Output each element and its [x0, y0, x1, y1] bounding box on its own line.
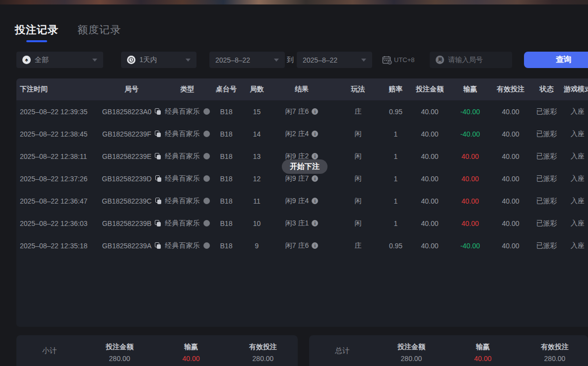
copy-icon[interactable] — [155, 175, 161, 182]
valid-bet: 40.00 — [488, 167, 533, 190]
time-range-dropdown[interactable]: 1天内 — [121, 52, 196, 68]
game-type-cell: 经典百家乐 — [164, 212, 211, 234]
date-to-label: 到 — [287, 52, 294, 68]
odds: 0.95 — [385, 234, 407, 257]
round-input-placeholder: 请输入局号 — [448, 56, 483, 65]
game-type-cell: 经典百家乐 — [164, 190, 211, 212]
table-row: 2025–08–22 12:36:03 GB182582239B 经典百家乐 B… — [16, 212, 588, 234]
table-row: 2025–08–22 12:35:18 GB182582239A 经典百家乐 B… — [16, 234, 588, 257]
column-header: 局数 — [242, 78, 272, 100]
time-range-value: 1天内 — [139, 56, 157, 65]
round-search-input[interactable]: 局 请输入局号 — [430, 52, 512, 68]
column-header: 游戏模式 — [560, 78, 588, 100]
game-type-badge-icon — [203, 198, 210, 204]
tab-bet-records[interactable]: 投注记录 — [15, 23, 59, 42]
column-header: 输赢 — [453, 78, 488, 100]
table-number: B18 — [211, 167, 242, 190]
round-id: GB18258223A0 — [102, 108, 152, 116]
result-cell: 闲7 庄6 i — [272, 100, 331, 123]
column-header: 桌台号 — [211, 78, 242, 100]
play-type: 闲 — [331, 190, 385, 212]
win-loss: 40.00 — [453, 212, 488, 234]
win-loss: 40.00 — [453, 167, 488, 190]
status-badge: 已派彩 — [533, 100, 560, 123]
column-header: 投注金额 — [407, 78, 453, 100]
table-number: B18 — [211, 145, 242, 167]
win-loss: -40.00 — [453, 100, 488, 123]
bet-amount: 40.00 — [407, 190, 453, 212]
total-panel: 总计 投注金额 280.00 输赢 40.00 有效投注 280.00 — [309, 335, 588, 366]
game-type: 经典百家乐 — [165, 130, 200, 139]
tab-quota-records[interactable]: 额度记录 — [77, 23, 121, 42]
win-loss: 40.00 — [453, 145, 488, 167]
bet-records-table: 下注时间 局号 类型 桌台号 局数 结果 玩法 赔率 投注金额 输赢 有效投注 … — [16, 78, 588, 327]
date-to-dropdown[interactable]: 2025–8–22 — [297, 52, 372, 68]
date-from-dropdown[interactable]: 2025–8–22 — [209, 52, 285, 68]
result-value: 闲2 庄4 — [285, 130, 309, 139]
copy-icon[interactable] — [155, 108, 161, 115]
chevron-down-icon — [361, 59, 366, 62]
result-value: 闲9 庄4 — [285, 197, 309, 206]
valid-bet: 40.00 — [488, 145, 533, 167]
result-cell: 闲7 庄6 i — [272, 234, 331, 257]
date-to-value: 2025–8–22 — [303, 56, 337, 64]
game-type-dropdown[interactable]: ♠ 全部 — [16, 52, 103, 68]
info-icon[interactable]: i — [312, 108, 318, 115]
table-row: 2025–08–22 12:39:35 GB18258223A0 经典百家乐 B… — [16, 100, 588, 123]
copy-icon[interactable] — [155, 131, 161, 137]
game-number: 13 — [242, 145, 272, 167]
valid-bet: 40.00 — [488, 190, 533, 212]
copy-icon[interactable] — [155, 220, 161, 226]
chevron-down-icon — [92, 59, 97, 62]
round-id: GB182582239B — [102, 220, 152, 227]
odds: 1 — [385, 167, 407, 190]
start-betting-toast: 开始下注 — [282, 159, 327, 174]
chevron-down-icon — [186, 59, 191, 62]
game-type-badge-icon — [203, 108, 210, 115]
total-bet: 投注金额 280.00 — [397, 343, 425, 363]
round-id-cell: GB182582239B — [99, 212, 164, 234]
valid-bet: 40.00 — [488, 100, 533, 123]
copy-icon[interactable] — [155, 242, 161, 249]
game-number: 15 — [242, 100, 272, 123]
odds: 1 — [385, 212, 407, 234]
column-header: 类型 — [164, 78, 211, 100]
record-tabs: 投注记录 额度记录 — [15, 23, 121, 42]
info-icon[interactable]: i — [312, 198, 318, 204]
win-loss: 40.00 — [453, 190, 488, 212]
info-icon[interactable]: i — [312, 220, 318, 226]
spade-icon: ♠ — [22, 56, 31, 64]
subtotal-winloss: 输赢 40.00 — [182, 343, 199, 363]
info-icon[interactable]: i — [312, 175, 318, 182]
table-number: B18 — [211, 100, 242, 123]
result-value: 闲7 庄6 — [285, 241, 309, 250]
round-circle-icon: 局 — [436, 56, 444, 64]
game-mode: 入座 — [560, 145, 588, 167]
game-number: 12 — [242, 167, 272, 190]
calendar-clock-icon — [382, 56, 392, 65]
copy-icon[interactable] — [155, 153, 161, 159]
table-number: B18 — [211, 190, 242, 212]
date-from-value: 2025–8–22 — [215, 56, 250, 64]
game-type-cell: 经典百家乐 — [164, 123, 211, 145]
query-button[interactable]: 查询 — [524, 52, 588, 68]
info-icon[interactable]: i — [312, 242, 318, 249]
game-type-cell: 经典百家乐 — [164, 145, 211, 167]
copy-icon[interactable] — [155, 198, 161, 204]
round-id-cell: GB182582239F — [99, 123, 164, 145]
round-id-cell: GB18258223A0 — [99, 100, 164, 123]
game-type-cell: 经典百家乐 — [164, 167, 211, 190]
live-video-strip — [0, 0, 588, 4]
game-type-value: 全部 — [35, 56, 49, 65]
game-type-badge-icon — [203, 153, 210, 159]
game-mode: 入座 — [560, 123, 588, 145]
info-icon[interactable]: i — [312, 131, 318, 137]
game-type-badge-icon — [203, 131, 210, 137]
status-badge: 已派彩 — [533, 234, 560, 257]
status-badge: 已派彩 — [533, 212, 560, 234]
play-type: 闲 — [331, 167, 385, 190]
info-icon[interactable]: i — [312, 153, 318, 159]
round-id: GB182582239A — [102, 242, 152, 250]
game-type-cell: 经典百家乐 — [164, 100, 211, 123]
table-number: B18 — [211, 212, 242, 234]
